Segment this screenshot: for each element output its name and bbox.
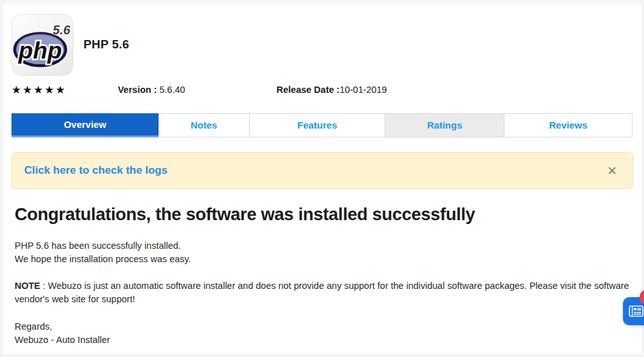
signature-block: Regards, Webuzo - Auto Installer: [15, 320, 629, 347]
app-meta-row: ★★★★★ Version : 5.6.40 Release Date :10-…: [11, 83, 633, 96]
release-date-value: 10-01-2019: [340, 85, 387, 95]
note-paragraph: NOTE : Webuzo is just an automatic softw…: [15, 279, 629, 306]
changelog-icon: [629, 305, 644, 318]
success-heading: Congratulations, the software was instal…: [15, 204, 629, 225]
install-summary-line2: We hope the installation process was eas…: [15, 253, 629, 266]
install-summary-line1: PHP 5.6 has been successfully installed.: [15, 239, 629, 253]
version-value: 5.6.40: [159, 85, 185, 95]
version-label: Version :: [118, 85, 157, 95]
app-header: php 5.6 PHP 5.6: [11, 14, 633, 76]
software-detail-panel: php 5.6 PHP 5.6 ★★★★★ Version : 5.6.40 R…: [3, 4, 641, 354]
tab-features[interactable]: Features: [250, 113, 385, 137]
tab-overview[interactable]: Overview: [11, 113, 159, 137]
php-app-icon: php 5.6: [11, 14, 73, 76]
overview-content: Congratulations, the software was instal…: [11, 204, 633, 347]
regards-line: Regards,: [15, 320, 629, 333]
svg-text:php: php: [18, 37, 62, 64]
tab-ratings[interactable]: Ratings: [385, 113, 504, 137]
logs-floating-button[interactable]: [623, 297, 644, 325]
note-label: NOTE: [15, 281, 40, 291]
note-body: : Webuzo is just an automatic software i…: [15, 281, 629, 304]
check-logs-link[interactable]: Click here to check the logs: [24, 164, 168, 177]
php-logo-icon: php 5.6: [12, 14, 73, 76]
page-title: PHP 5.6: [83, 38, 129, 52]
release-date-info: Release Date :10-01-2019: [276, 85, 387, 95]
signature-line: Webuzo - Auto Installer: [15, 333, 629, 347]
close-icon[interactable]: ✕: [607, 165, 617, 177]
star-rating: ★★★★★: [11, 85, 118, 95]
install-summary: PHP 5.6 has been successfully installed.…: [15, 239, 629, 266]
tab-reviews[interactable]: Reviews: [504, 113, 633, 137]
version-info: Version : 5.6.40: [118, 85, 276, 95]
release-date-label: Release Date :: [276, 85, 340, 95]
tab-notes[interactable]: Notes: [159, 113, 250, 137]
svg-text:5.6: 5.6: [53, 23, 70, 37]
tab-bar: Overview Notes Features Ratings Reviews: [11, 113, 633, 137]
logs-alert-banner: Click here to check the logs ✕: [11, 152, 633, 189]
